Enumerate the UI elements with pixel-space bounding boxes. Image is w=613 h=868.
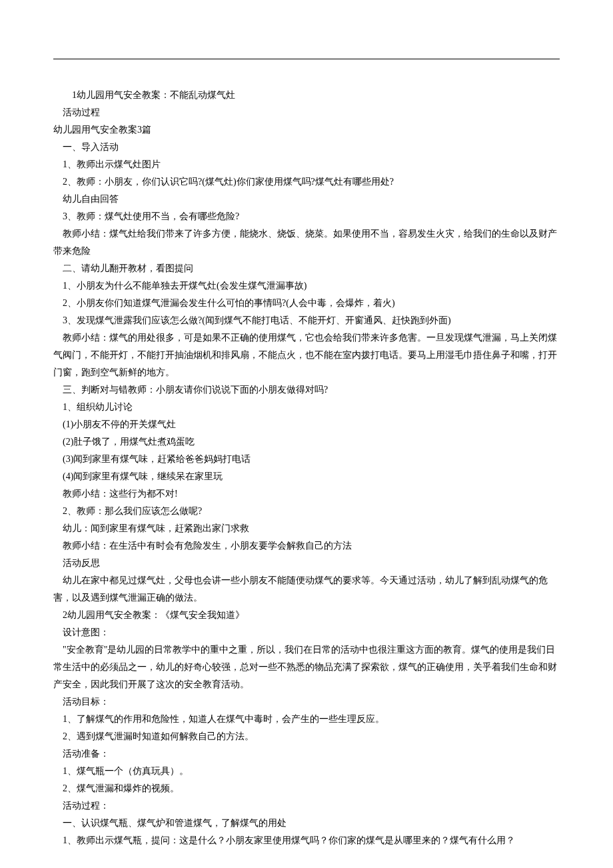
- paragraph: 1、了解煤气的作用和危险性，知道人在煤气中毒时，会产生的一些生理反应。: [53, 711, 560, 728]
- paragraph: 教师小结：这些行为都不对!: [53, 485, 560, 503]
- paragraph: 幼儿：闻到家里有煤气味，赶紧跑出家门求救: [53, 520, 560, 537]
- paragraph: (4)闻到家里有煤气味，继续呆在家里玩: [53, 468, 560, 485]
- paragraph: 活动目标：: [53, 693, 560, 711]
- paragraph: 活动准备：: [53, 745, 560, 763]
- paragraph: (3)闻到家里有煤气味，赶紧给爸爸妈妈打电话: [53, 451, 560, 468]
- paragraph: (2)肚子饿了，用煤气灶煮鸡蛋吃: [53, 433, 560, 451]
- paragraph: 教师小结：煤气灶给我们带来了许多方便，能烧水、烧饭、烧菜。如果使用不当，容易发生…: [53, 225, 560, 260]
- paragraph: 幼儿自由回答: [53, 191, 560, 208]
- paragraph: 2、遇到煤气泄漏时知道如何解救自己的方法。: [53, 728, 560, 745]
- document-body: 1幼儿园用气安全教案：不能乱动煤气灶活动过程幼儿园用气安全教案3篇一、导入活动1…: [53, 0, 560, 849]
- paragraph: 1、组织幼儿讨论: [53, 399, 560, 416]
- paragraph: (1)小朋友不停的开关煤气灶: [53, 416, 560, 433]
- paragraph: 设计意图：: [53, 624, 560, 641]
- paragraph: 教师小结：在生活中有时会有危险发生，小朋友要学会解救自己的方法: [53, 537, 560, 555]
- paragraph: 活动反思: [53, 555, 560, 572]
- paragraph: 活动过程: [53, 104, 560, 121]
- paragraph: 三、判断对与错教师：小朋友请你们说说下面的小朋友做得对吗?: [53, 381, 560, 399]
- paragraph: 1、教师出示煤气灶图片: [53, 156, 560, 173]
- paragraph: 一、导入活动: [53, 139, 560, 156]
- paragraph: 2、教师：那么我们应该怎么做呢?: [53, 503, 560, 520]
- page: 1幼儿园用气安全教案：不能乱动煤气灶活动过程幼儿园用气安全教案3篇一、导入活动1…: [0, 0, 613, 868]
- paragraph: 活动过程：: [53, 797, 560, 815]
- paragraph: 幼儿园用气安全教案3篇: [53, 121, 560, 139]
- paragraph: 1、小朋友为什么不能单独去开煤气灶(会发生煤气泄漏事故): [53, 277, 560, 295]
- paragraph: 教师小结：煤气的用处很多，可是如果不正确的使用煤气，它也会给我们带来许多危害。一…: [53, 329, 560, 381]
- paragraph: 2、教师：小朋友，你们认识它吗?(煤气灶)你们家使用煤气吗?煤气灶有哪些用处?: [53, 173, 560, 191]
- paragraph: 一、认识煤气瓶、煤气炉和管道煤气，了解煤气的用处: [53, 815, 560, 832]
- paragraph: 3、发现煤气泄露我们应该怎么做?(闻到煤气不能打电话、不能开灯、开窗通风、赶快跑…: [53, 312, 560, 329]
- paragraph: "安全教育"是幼儿园的日常教学中的重中之重，所以，我们在日常的活动中也很注重这方…: [53, 641, 560, 693]
- paragraph: 幼儿在家中都见过煤气灶，父母也会讲一些小朋友不能随便动煤气的要求等。今天通过活动…: [53, 572, 560, 607]
- paragraph: 1、教师出示煤气瓶，提问：这是什么？小朋友家里使用煤气吗？你们家的煤气是从哪里来…: [53, 832, 560, 849]
- paragraph: 1、煤气瓶一个（仿真玩具）。: [53, 763, 560, 780]
- paragraph: 二、请幼儿翻开教材，看图提问: [53, 260, 560, 277]
- paragraph: 2幼儿园用气安全教案：《煤气安全我知道》: [53, 607, 560, 624]
- paragraph: 2、煤气泄漏和爆炸的视频。: [53, 780, 560, 797]
- header-divider: [53, 59, 560, 59]
- paragraph: 1幼儿园用气安全教案：不能乱动煤气灶: [53, 87, 560, 104]
- paragraph: 2、小朋友你们知道煤气泄漏会发生什么可怕的事情吗?(人会中毒，会爆炸，着火): [53, 295, 560, 312]
- paragraph: 3、教师：煤气灶使用不当，会有哪些危险?: [53, 208, 560, 225]
